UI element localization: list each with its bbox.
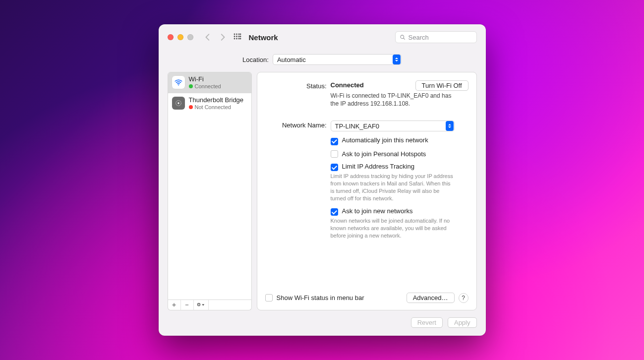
bridge-icon: [172, 97, 185, 110]
location-value: Automatic: [273, 56, 393, 63]
svg-point-18: [198, 304, 199, 305]
checkbox-checked-icon: [331, 138, 338, 145]
svg-point-16: [177, 102, 179, 104]
remove-interface-button[interactable]: －: [181, 300, 194, 310]
interface-name: Wi-Fi: [189, 76, 221, 83]
show-menu-bar-checkbox[interactable]: Show Wi-Fi status in menu bar: [265, 294, 364, 301]
traffic-lights: [168, 34, 193, 40]
limit-tracking-label: Limit IP Address Tracking: [342, 163, 414, 170]
checkbox-unchecked-icon: [265, 294, 273, 301]
add-interface-button[interactable]: ＋: [168, 300, 181, 310]
limit-tracking-description: Limit IP address tracking by hiding your…: [331, 173, 455, 202]
status-dot-icon: [189, 105, 193, 109]
interface-status: Not Connected: [195, 104, 231, 111]
location-label: Location:: [242, 56, 269, 63]
show-all-button[interactable]: [232, 32, 243, 43]
interfaces-sidebar: Wi-Fi Connected Thunderbolt Bridge Not C…: [168, 72, 252, 310]
close-window-button[interactable]: [168, 34, 174, 40]
svg-line-13: [403, 38, 405, 40]
checkbox-unchecked-icon: [331, 150, 338, 158]
forward-button[interactable]: [217, 32, 228, 43]
revert-button[interactable]: Revert: [411, 317, 443, 328]
chevron-left-icon: [204, 34, 211, 41]
ask-new-description: Known networks will be joined automatica…: [331, 217, 455, 240]
checkbox-checked-icon: [331, 208, 338, 216]
status-dot-icon: [189, 84, 193, 88]
network-name-select[interactable]: TP-LINK_EAF0: [331, 120, 455, 131]
select-stepper-icon: [446, 121, 454, 131]
network-name-label: Network Name:: [265, 120, 331, 129]
status-label: Status:: [265, 81, 331, 90]
show-menu-bar-label: Show Wi-Fi status in menu bar: [277, 294, 364, 301]
actions-menu-icon: [197, 302, 205, 307]
svg-point-14: [177, 84, 178, 85]
back-button[interactable]: [202, 32, 213, 43]
svg-point-5: [236, 36, 237, 37]
sidebar-tools: ＋ －: [168, 300, 252, 310]
ask-new-label: Ask to join new networks: [342, 207, 413, 215]
svg-point-2: [238, 34, 239, 35]
search-input[interactable]: Search: [395, 31, 477, 43]
apply-button[interactable]: Apply: [448, 317, 477, 328]
svg-point-11: [239, 38, 241, 40]
interface-status: Connected: [195, 83, 221, 90]
minimize-window-button[interactable]: [177, 34, 183, 40]
detail-panel: Turn Wi-Fi Off Status: Connected Wi-Fi i…: [257, 72, 477, 310]
interface-wifi[interactable]: Wi-Fi Connected: [168, 72, 251, 93]
limit-tracking-checkbox[interactable]: Limit IP Address Tracking: [331, 163, 414, 170]
turn-wifi-off-button[interactable]: Turn Wi-Fi Off: [415, 80, 468, 91]
svg-point-4: [234, 36, 235, 37]
help-button[interactable]: ?: [459, 293, 468, 303]
search-icon: [400, 34, 406, 40]
network-preferences-window: Network Search Location: Automatic Wi-Fi: [159, 24, 486, 336]
interface-actions-menu[interactable]: [194, 300, 209, 310]
svg-point-10: [238, 38, 239, 40]
svg-point-0: [234, 34, 235, 35]
svg-point-6: [238, 36, 239, 37]
svg-point-1: [236, 34, 237, 35]
ask-new-checkbox[interactable]: Ask to join new networks: [331, 207, 413, 215]
bottom-buttons: Revert Apply: [159, 310, 486, 336]
status-description: Wi-Fi is connected to TP-LINK_EAF0 and h…: [331, 92, 455, 108]
svg-point-9: [236, 38, 237, 40]
ask-hotspot-checkbox[interactable]: Ask to join Personal Hotspots: [331, 150, 468, 158]
interface-name: Thunderbolt Bridge: [189, 97, 244, 104]
titlebar: Network Search: [159, 24, 486, 49]
svg-point-3: [239, 34, 241, 35]
interfaces-list: Wi-Fi Connected Thunderbolt Bridge Not C…: [168, 72, 252, 300]
checkbox-checked-icon: [331, 164, 338, 171]
wifi-icon: [172, 76, 185, 89]
auto-join-label: Automatically join this network: [342, 136, 428, 144]
advanced-button[interactable]: Advanced…: [407, 293, 455, 303]
body: Wi-Fi Connected Thunderbolt Bridge Not C…: [159, 72, 486, 310]
search-placeholder: Search: [409, 34, 429, 41]
auto-join-checkbox[interactable]: Automatically join this network: [331, 136, 468, 145]
interface-thunderbolt-bridge[interactable]: Thunderbolt Bridge Not Connected: [168, 93, 251, 114]
location-select[interactable]: Automatic: [273, 54, 402, 65]
svg-point-8: [234, 38, 235, 40]
location-row: Location: Automatic: [159, 49, 486, 72]
network-name-value: TP-LINK_EAF0: [331, 122, 446, 130]
zoom-window-button: [187, 34, 193, 40]
svg-point-7: [239, 36, 241, 37]
window-title: Network: [249, 33, 278, 42]
select-stepper-icon: [393, 55, 401, 64]
ask-hotspot-label: Ask to join Personal Hotspots: [342, 150, 426, 158]
grid-icon: [234, 33, 241, 41]
chevron-right-icon: [219, 34, 226, 41]
